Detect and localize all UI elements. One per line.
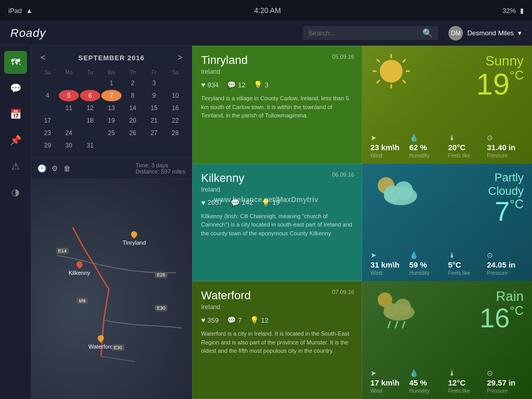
battery-pct: 32% (502, 7, 516, 15)
waterford-description: Waterford is a city in Ireland. It is lo… (201, 329, 353, 391)
svg-line-5 (377, 59, 380, 62)
waterford-comments: 💬 7 (227, 316, 242, 324)
search-input[interactable] (308, 29, 419, 37)
cal-day[interactable]: 3 (144, 77, 164, 89)
humidity-icon: 💧 (409, 134, 418, 142)
cal-day[interactable]: 19 (101, 115, 122, 126)
comment-icon-2: 💬 (231, 198, 240, 207)
tinryland-stats: ♥ 934 💬 12 💡 3 (201, 81, 353, 89)
cal-day[interactable]: 22 (165, 115, 185, 126)
cal-day[interactable]: 11 (59, 102, 79, 114)
cal-day[interactable]: 26 (123, 127, 143, 139)
cal-day[interactable]: 9 (144, 90, 164, 101)
cal-day[interactable]: 13 (101, 102, 122, 114)
cal-day[interactable]: 16 (165, 102, 185, 114)
kilkenny-weather-icon (370, 171, 422, 212)
road-badge-m9: M9 (77, 298, 88, 304)
waterford-country: Ireland (201, 303, 353, 311)
waterford-temp: 16°C (480, 304, 524, 331)
cal-day[interactable]: 12 (80, 102, 100, 114)
sidebar-item-map[interactable]: 🗺 (4, 51, 27, 74)
sidebar-item-alert[interactable]: ⚠ (4, 155, 27, 178)
cal-day[interactable]: 25 (101, 127, 122, 139)
pin-tinryland[interactable]: Tinryland (123, 231, 146, 246)
tinryland-comments: 💬 12 (227, 81, 245, 89)
svg-point-0 (380, 60, 403, 83)
trip-delete-icon[interactable]: 🗑 (63, 164, 71, 172)
waterford-weather-icon (370, 288, 422, 332)
calendar-next[interactable]: > (175, 52, 185, 63)
kilkenny-wind: ➤ 31 km\h Wind (370, 251, 407, 276)
waterford-name: Waterford (201, 289, 353, 302)
road-badge-e30-1: E30 (155, 305, 167, 311)
cal-day[interactable]: 28 (165, 127, 185, 139)
bulb-icon: 💡 (254, 81, 262, 89)
cal-day[interactable]: 31 (80, 140, 100, 151)
bulb-icon-3: 💡 (250, 316, 259, 324)
search-bar[interactable]: 🔍 (303, 26, 438, 40)
cal-day[interactable]: 18 (80, 115, 100, 126)
chevron-down-icon[interactable]: ▾ (518, 29, 522, 37)
cal-day (80, 77, 100, 89)
pin-kilkenny[interactable]: Kilkenny (69, 261, 90, 276)
pressure-icon-3: ⊙ (487, 369, 493, 377)
cal-day[interactable]: 20 (123, 115, 143, 126)
map-roads (31, 179, 192, 399)
cal-day[interactable]: 14 (123, 102, 143, 114)
heart-icon: ♥ (201, 81, 205, 89)
humidity-icon-3: 💧 (409, 369, 418, 377)
cal-header-Su: Su (37, 69, 58, 76)
cal-day[interactable]: 27 (144, 127, 164, 139)
cal-header-Mo: Mo (59, 69, 79, 76)
tinryland-wind: ➤ 23 km\h Wind (370, 134, 407, 158)
cal-day[interactable]: 4 (37, 90, 58, 101)
cal-day[interactable]: 2 (123, 77, 143, 89)
sidebar-item-calendar[interactable]: 📅 (4, 103, 27, 126)
waterford-stats: ♥ 359 💬 7 💡 12 (201, 316, 353, 324)
cal-day[interactable]: 1 (101, 77, 122, 89)
pressure-icon: ⊙ (487, 134, 493, 142)
trip-time: Time: 3 days (136, 162, 185, 168)
pin-waterford[interactable]: Waterford (88, 335, 113, 350)
tinryland-weather-details: ➤ 23 km\h Wind 💧 62 % Humidity 🌡 20°C Fe… (370, 134, 524, 158)
tinryland-pressure: ⊙ 31.40 in Pressure (487, 134, 524, 158)
sidebar-item-chart[interactable]: ◑ (4, 181, 27, 204)
heart-icon-2: ♥ (201, 198, 205, 207)
cal-day[interactable]: 5 (59, 90, 79, 101)
road-badge-e14: E14 (56, 248, 69, 254)
cal-day[interactable]: 29 (37, 140, 58, 151)
calendar-prev[interactable]: < (37, 52, 48, 63)
bulb-icon-2: 💡 (261, 198, 270, 207)
trip-settings-icon[interactable]: ⚙ (51, 164, 58, 172)
cal-day[interactable]: 23 (37, 127, 58, 139)
cal-day[interactable]: 30 (59, 140, 79, 151)
sidebar-item-pin[interactable]: 📌 (4, 129, 27, 152)
cal-day (165, 77, 185, 89)
sidebar-item-chat[interactable]: 💬 (4, 77, 27, 100)
kilkenny-feels: 🌡 5°C Feels like (448, 251, 485, 276)
waterford-wind: ➤ 17 km\h Wind (370, 369, 407, 394)
tinryland-humidity: 💧 62 % Humidity (409, 134, 446, 158)
sidebar: 🗺 💬 📅 📌 ⚠ ◑ (0, 46, 31, 399)
waterford-feels: 🌡 12°C Feels like (448, 369, 485, 394)
cal-day[interactable]: 24 (59, 127, 79, 139)
kilkenny-country: Ireland (201, 186, 353, 193)
cal-day[interactable]: 10 (165, 90, 185, 101)
svg-line-8 (377, 80, 380, 83)
cal-day[interactable]: 8 (123, 90, 143, 101)
cal-day[interactable]: 6 (80, 90, 100, 101)
cal-day[interactable]: 21 (144, 115, 164, 126)
cal-day[interactable]: 15 (144, 102, 164, 114)
left-panel: < SEPTEMBER 2016 > SuMoTuWeThFrSa1234567… (31, 46, 192, 399)
cal-day (59, 115, 79, 126)
svg-line-17 (388, 322, 390, 328)
kilkenny-name: Kilkenny (201, 171, 353, 185)
road-badge-e26: E26 (155, 272, 167, 278)
cal-day[interactable]: 17 (37, 115, 58, 126)
kilkenny-comments: 💬 142 (231, 198, 253, 207)
cal-header-Fr: Fr (144, 69, 164, 76)
waterford-likes: ♥ 359 (201, 316, 219, 324)
cal-day[interactable]: 7 (101, 90, 122, 101)
weather-card-waterford: Rain 16°C ➤ 17 km\h Wind 💧 45 % Humidity (362, 281, 532, 399)
calendar: < SEPTEMBER 2016 > SuMoTuWeThFrSa1234567… (31, 46, 192, 158)
